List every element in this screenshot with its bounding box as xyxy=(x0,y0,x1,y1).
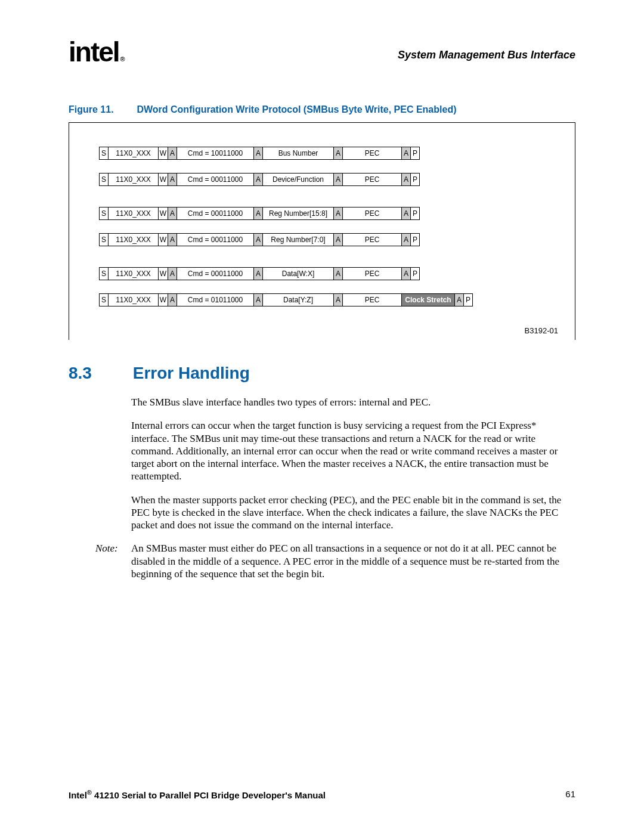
protocol-cell: PEC xyxy=(342,233,402,246)
page-header: intel® System Management Bus Interface xyxy=(69,36,575,72)
protocol-cell: A xyxy=(401,233,411,246)
protocol-cell: A xyxy=(401,147,411,160)
protocol-cell: PEC xyxy=(342,267,402,280)
protocol-cell: Reg Number[15:8] xyxy=(262,207,334,220)
diagram-code: B3192-01 xyxy=(525,326,558,335)
protocol-cell: W xyxy=(158,147,168,160)
protocol-cell: Data[W:X] xyxy=(262,267,334,280)
protocol-cell: W xyxy=(158,267,168,280)
protocol-cell: A xyxy=(454,293,464,306)
protocol-cell: P xyxy=(410,173,420,186)
protocol-cell: A xyxy=(168,233,177,246)
intel-logo: intel® xyxy=(69,36,124,68)
protocol-cell: S xyxy=(99,207,109,220)
protocol-cell: 11X0_XXX xyxy=(108,293,159,306)
protocol-cell: 11X0_XXX xyxy=(108,207,159,220)
protocol-cell: A xyxy=(333,233,343,246)
protocol-cell: Cmd = 00011000 xyxy=(177,173,254,186)
note-label: Note: xyxy=(95,542,131,580)
protocol-cell: PEC xyxy=(342,207,402,220)
protocol-cell: A xyxy=(168,207,177,220)
protocol-cell: A xyxy=(253,233,263,246)
protocol-row: S11X0_XXXWACmd = 00011000AData[W:X]APECA… xyxy=(99,267,557,280)
protocol-cell: 11X0_XXX xyxy=(108,147,159,160)
protocol-row: S11X0_XXXWACmd = 00011000ADevice/Functio… xyxy=(99,173,557,186)
paragraph: When the master supports packet error ch… xyxy=(131,494,575,532)
section-number: 8.3 xyxy=(69,364,128,383)
protocol-cell: 11X0_XXX xyxy=(108,233,159,246)
protocol-cell: P xyxy=(410,233,420,246)
body-text: The SMBus slave interface handles two ty… xyxy=(131,396,575,531)
protocol-cell: A xyxy=(253,207,263,220)
protocol-cell: PEC xyxy=(342,173,402,186)
protocol-cell: Data[Y:Z] xyxy=(262,293,334,306)
protocol-cell: P xyxy=(410,207,420,220)
paragraph: The SMBus slave interface handles two ty… xyxy=(131,396,575,408)
protocol-cell: A xyxy=(168,293,177,306)
protocol-cell: S xyxy=(99,293,109,306)
protocol-cell: A xyxy=(253,293,263,306)
figure-caption-text: DWord Configuration Write Protocol (SMBu… xyxy=(137,104,456,114)
protocol-cell: A xyxy=(333,207,343,220)
protocol-cell: Cmd = 00011000 xyxy=(177,267,254,280)
protocol-cell: A xyxy=(253,147,263,160)
paragraph: Internal errors can occur when the targe… xyxy=(131,419,575,482)
protocol-cell: S xyxy=(99,267,109,280)
protocol-row: S11X0_XXXWACmd = 10011000ABus NumberAPEC… xyxy=(99,147,557,160)
protocol-cell: P xyxy=(463,293,473,306)
protocol-row: S11X0_XXXWACmd = 00011000AReg Number[7:0… xyxy=(99,233,557,246)
protocol-cell: A xyxy=(253,267,263,280)
logo-text: intel xyxy=(69,36,119,67)
protocol-cell: A xyxy=(253,173,263,186)
page-number: 61 xyxy=(565,789,575,800)
figure-label: Figure 11. xyxy=(69,104,134,115)
protocol-cell: Bus Number xyxy=(262,147,334,160)
protocol-cell: A xyxy=(333,293,343,306)
protocol-cell: Clock Stretch xyxy=(401,293,455,306)
protocol-cell: Cmd = 10011000 xyxy=(177,147,254,160)
protocol-cell: S xyxy=(99,233,109,246)
protocol-cell: A xyxy=(333,267,343,280)
protocol-diagram: S11X0_XXXWACmd = 10011000ABus NumberAPEC… xyxy=(69,122,575,340)
protocol-cell: PEC xyxy=(342,293,402,306)
protocol-cell: Device/Function xyxy=(262,173,334,186)
protocol-cell: 11X0_XXX xyxy=(108,173,159,186)
protocol-cell: S xyxy=(99,147,109,160)
protocol-cell: A xyxy=(401,207,411,220)
note: Note: An SMBus master must either do PEC… xyxy=(95,542,575,580)
figure-caption: Figure 11. DWord Configuration Write Pro… xyxy=(69,104,575,115)
protocol-cell: PEC xyxy=(342,147,402,160)
protocol-cell: A xyxy=(333,173,343,186)
protocol-cell: A xyxy=(168,147,177,160)
protocol-cell: Reg Number[7:0] xyxy=(262,233,334,246)
protocol-cell: P xyxy=(410,267,420,280)
protocol-cell: P xyxy=(410,147,420,160)
protocol-cell: Cmd = 00011000 xyxy=(177,233,254,246)
protocol-cell: W xyxy=(158,207,168,220)
protocol-cell: S xyxy=(99,173,109,186)
logo-reg: ® xyxy=(120,55,124,63)
section-heading: 8.3 Error Handling xyxy=(69,364,575,383)
protocol-cell: W xyxy=(158,173,168,186)
header-title: System Management Bus Interface xyxy=(398,49,575,61)
protocol-cell: W xyxy=(158,233,168,246)
section-title: Error Handling xyxy=(133,364,250,382)
protocol-cell: A xyxy=(333,147,343,160)
protocol-cell: Cmd = 01011000 xyxy=(177,293,254,306)
protocol-cell: A xyxy=(168,267,177,280)
page-footer: Intel® 41210 Serial to Parallel PCI Brid… xyxy=(69,789,575,800)
protocol-cell: A xyxy=(401,267,411,280)
protocol-cell: Cmd = 00011000 xyxy=(177,207,254,220)
protocol-cell: 11X0_XXX xyxy=(108,267,159,280)
note-text: An SMBus master must either do PEC on al… xyxy=(131,542,575,580)
protocol-row: S11X0_XXXWACmd = 00011000AReg Number[15:… xyxy=(99,207,557,220)
protocol-cell: W xyxy=(158,293,168,306)
protocol-row: S11X0_XXXWACmd = 01011000AData[Y:Z]APECC… xyxy=(99,293,557,306)
footer-title: Intel® 41210 Serial to Parallel PCI Brid… xyxy=(69,789,326,800)
protocol-cell: A xyxy=(401,173,411,186)
protocol-cell: A xyxy=(168,173,177,186)
